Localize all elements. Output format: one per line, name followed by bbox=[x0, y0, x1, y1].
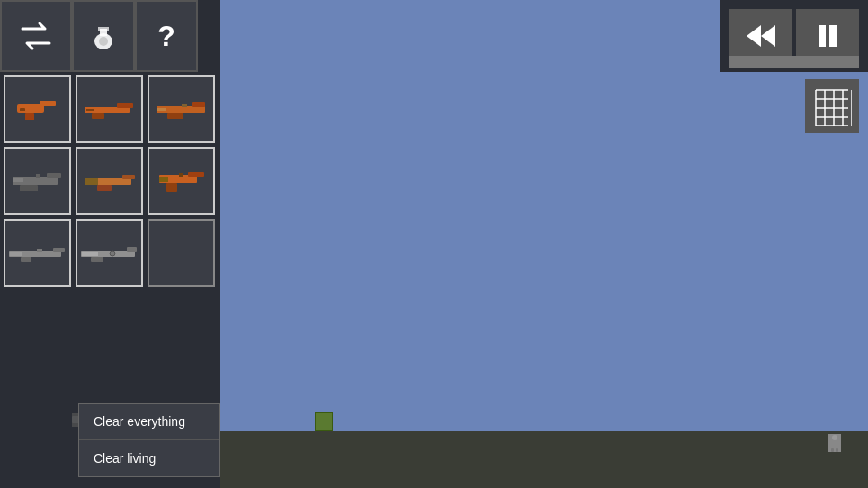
progress-bar-container bbox=[729, 56, 859, 68]
svg-rect-9 bbox=[117, 103, 133, 108]
svg-rect-20 bbox=[13, 178, 23, 182]
svg-rect-39 bbox=[82, 252, 98, 256]
smg-icon bbox=[156, 169, 208, 194]
svg-marker-49 bbox=[747, 25, 761, 47]
help-button[interactable]: ? bbox=[135, 0, 198, 72]
svg-rect-23 bbox=[122, 175, 135, 179]
machinegun-icon bbox=[11, 170, 65, 193]
potion-icon bbox=[87, 20, 120, 52]
sniper1-icon bbox=[8, 244, 67, 262]
svg-rect-5 bbox=[40, 101, 56, 106]
weapon-slot-machinegun[interactable] bbox=[4, 147, 71, 215]
svg-point-3 bbox=[99, 37, 108, 46]
svg-rect-15 bbox=[157, 108, 166, 111]
svg-rect-32 bbox=[53, 248, 65, 252]
svg-rect-2 bbox=[98, 27, 109, 31]
svg-rect-51 bbox=[819, 25, 826, 47]
clear-living-button[interactable]: Clear living bbox=[79, 440, 219, 476]
item-button[interactable] bbox=[72, 0, 135, 72]
weapon-slot-empty[interactable] bbox=[148, 219, 215, 287]
swap-button[interactable] bbox=[0, 0, 72, 72]
svg-rect-25 bbox=[97, 185, 112, 191]
svg-rect-35 bbox=[37, 249, 42, 252]
rifle1-icon bbox=[83, 99, 137, 120]
context-menu: Clear everything Clear living bbox=[78, 403, 220, 477]
weapon-slot-sniper1[interactable] bbox=[4, 219, 71, 287]
weapon-slot-pistol[interactable] bbox=[4, 75, 71, 143]
svg-rect-24 bbox=[85, 178, 98, 185]
svg-point-45 bbox=[832, 435, 837, 440]
svg-rect-27 bbox=[188, 172, 204, 177]
shotgun-icon bbox=[83, 171, 137, 192]
svg-rect-6 bbox=[25, 113, 34, 120]
svg-rect-18 bbox=[47, 173, 61, 178]
figure-right bbox=[828, 434, 841, 452]
rifle2-icon bbox=[155, 99, 209, 120]
svg-rect-19 bbox=[20, 185, 38, 191]
svg-rect-52 bbox=[829, 25, 837, 47]
clear-everything-button[interactable]: Clear everything bbox=[79, 404, 219, 440]
figure-icon bbox=[828, 434, 841, 452]
weapon-slot-shotgun[interactable] bbox=[76, 147, 143, 215]
svg-marker-50 bbox=[761, 25, 775, 47]
svg-rect-16 bbox=[182, 104, 187, 107]
rewind-icon bbox=[743, 18, 779, 54]
weapon-slot-rifle2[interactable] bbox=[148, 75, 215, 143]
grid-toggle-button[interactable] bbox=[805, 79, 859, 133]
svg-rect-48 bbox=[836, 448, 838, 452]
swap-icon bbox=[18, 18, 54, 54]
svg-rect-37 bbox=[127, 247, 137, 252]
svg-rect-21 bbox=[36, 174, 40, 178]
character-entity bbox=[315, 412, 333, 431]
weapon-slot-rifle1[interactable] bbox=[76, 75, 143, 143]
rewind-button[interactable] bbox=[729, 9, 792, 63]
weapon-grid bbox=[0, 72, 220, 293]
ground bbox=[220, 431, 868, 488]
top-toolbar: ? bbox=[0, 0, 220, 72]
svg-point-40 bbox=[110, 251, 115, 256]
weapon-slot-smg[interactable] bbox=[148, 147, 215, 215]
svg-rect-10 bbox=[92, 113, 104, 119]
svg-rect-29 bbox=[159, 177, 168, 182]
weapon-slot-sniper2[interactable] bbox=[76, 219, 143, 287]
pause-icon bbox=[810, 18, 846, 54]
svg-rect-30 bbox=[179, 173, 183, 177]
pause-button[interactable] bbox=[796, 9, 859, 63]
svg-rect-46 bbox=[832, 440, 837, 448]
sniper2-icon bbox=[80, 244, 139, 262]
svg-rect-13 bbox=[192, 102, 205, 107]
svg-rect-34 bbox=[10, 252, 22, 256]
svg-rect-11 bbox=[86, 109, 94, 111]
svg-rect-28 bbox=[166, 183, 177, 192]
help-icon: ? bbox=[157, 20, 175, 53]
pistol-icon bbox=[13, 97, 62, 122]
svg-rect-14 bbox=[167, 113, 183, 119]
svg-rect-38 bbox=[91, 257, 103, 262]
svg-rect-47 bbox=[831, 448, 834, 452]
grid-icon bbox=[812, 86, 852, 126]
svg-rect-7 bbox=[20, 108, 25, 111]
svg-rect-33 bbox=[21, 257, 31, 262]
